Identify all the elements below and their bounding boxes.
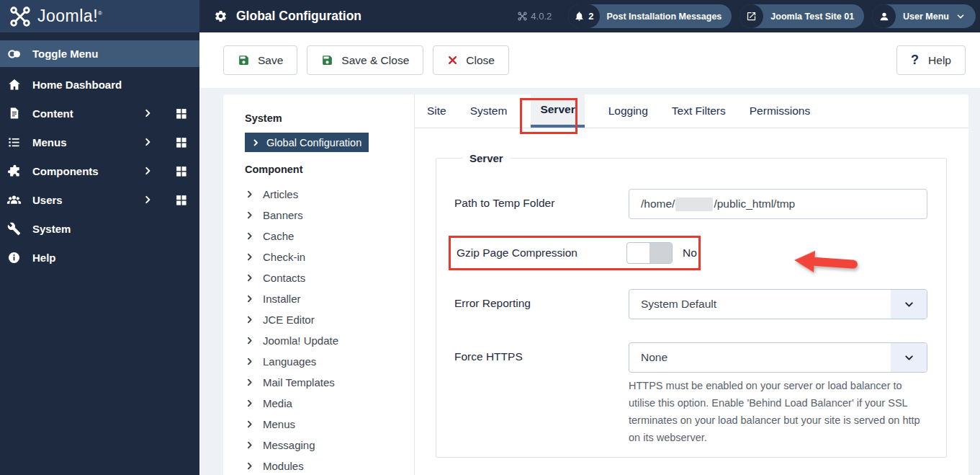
selected-option: System Default	[641, 298, 716, 311]
nav-item-label: Mail Templates	[263, 376, 335, 389]
tab-system[interactable]: System	[470, 94, 508, 128]
content-card: System Global Configuration Component Ar…	[223, 94, 968, 475]
field-label: Force HTTPS	[454, 342, 629, 363]
sidebar-item-help[interactable]: Help	[0, 243, 199, 272]
nav-item-jce-editor[interactable]: JCE Editor	[245, 309, 414, 330]
close-x-icon	[447, 55, 458, 66]
info-circle-icon	[6, 250, 22, 265]
users-group-icon	[6, 192, 22, 208]
nav-item-label: Contacts	[263, 272, 305, 284]
tab-permissions[interactable]: Permissions	[750, 94, 810, 128]
nav-item-label: Messaging	[263, 439, 315, 451]
sidebar-item-users[interactable]: Users	[0, 185, 199, 214]
path-temp-input[interactable]: /home//public_html/tmp	[629, 189, 927, 219]
nav-item-messaging[interactable]: Messaging	[245, 435, 414, 456]
sidebar-item-label: Users	[32, 194, 63, 206]
puzzle-icon	[6, 164, 22, 179]
sidebar-item-components[interactable]: Components	[0, 156, 199, 185]
nav-item-installer[interactable]: Installer	[245, 288, 414, 309]
post-installation-messages-button[interactable]: 2 Post Installation Messages	[568, 4, 732, 28]
nav-item-mail-templates[interactable]: Mail Templates	[245, 372, 414, 393]
joomla-wordmark: Joomla!®	[37, 6, 102, 26]
tab-text-filters[interactable]: Text Filters	[672, 94, 726, 128]
action-toolbar: Save Save & Close Close ? Help	[199, 32, 980, 88]
toggle-knob	[649, 243, 672, 263]
dashboard-grid-icon[interactable]	[175, 165, 187, 177]
gzip-toggle-switch[interactable]	[626, 242, 673, 264]
chevron-right-icon	[245, 461, 254, 471]
select-dropdown-zone	[891, 290, 927, 319]
user-menu-button[interactable]: User Menu	[872, 4, 976, 28]
sidebar-item-content[interactable]: Content	[0, 99, 199, 128]
sidebar-item-label: Components	[32, 165, 99, 177]
version-number: 4.0.2	[531, 11, 552, 22]
nav-item-label: Media	[263, 397, 292, 409]
annotation-box-gzip-row: Gzip Page Compression No	[449, 236, 701, 270]
chevron-right-icon	[245, 419, 254, 429]
chevron-right-icon	[245, 336, 254, 345]
home-icon	[6, 77, 22, 92]
top-header-bar: Joomla!® Global Configuration	[0, 0, 980, 32]
dashboard-grid-icon[interactable]	[175, 136, 187, 148]
tab-server[interactable]: Server	[531, 94, 584, 128]
nav-item-modules[interactable]: Modules	[245, 456, 414, 475]
chevron-down-icon	[956, 12, 966, 22]
save-floppy-icon	[321, 54, 333, 66]
field-row-error-reporting: Error Reporting System Default	[436, 289, 946, 319]
field-label: Path to Temp Folder	[454, 189, 629, 210]
force-https-help-text: HTTPS must be enabled on your server or …	[629, 377, 930, 446]
nav-item-joomla-update[interactable]: Joomla! Update	[245, 330, 414, 351]
sidebar-item-home-dashboard[interactable]: Home Dashboard	[0, 70, 199, 99]
server-settings-fieldset: Server Path to Temp Folder /home//public…	[436, 152, 947, 458]
nav-item-label: Articles	[263, 188, 298, 200]
toggle-menu-icon	[6, 46, 22, 61]
chevron-right-icon	[251, 138, 260, 147]
gear-icon	[213, 9, 228, 24]
nav-item-media[interactable]: Media	[245, 393, 414, 414]
force-https-select[interactable]: None	[629, 342, 927, 373]
field-label: Gzip Page Compression	[457, 247, 626, 259]
tab-site[interactable]: Site	[427, 94, 446, 128]
chevron-right-icon	[245, 210, 254, 220]
nav-item-contacts[interactable]: Contacts	[245, 267, 414, 288]
dashboard-grid-icon[interactable]	[175, 194, 187, 206]
nav-item-global-configuration[interactable]: Global Configuration	[245, 133, 369, 152]
nav-item-articles[interactable]: Articles	[245, 184, 414, 205]
chevron-right-icon	[245, 378, 254, 387]
sidebar-item-system[interactable]: System	[0, 214, 199, 243]
select-dropdown-zone	[891, 343, 927, 372]
redacted-username	[675, 197, 713, 211]
chevron-right-icon	[143, 195, 153, 205]
toggle-menu-label: Toggle Menu	[32, 48, 98, 60]
tab-logging[interactable]: Logging	[608, 94, 648, 128]
save-button[interactable]: Save	[223, 45, 297, 75]
nav-item-label: Menus	[263, 418, 295, 430]
nav-item-menus[interactable]: Menus	[245, 414, 414, 435]
path-value-prefix: /home/	[641, 197, 675, 210]
dashboard-grid-icon[interactable]	[175, 107, 187, 120]
notification-count: 2	[588, 11, 593, 22]
close-button[interactable]: Close	[433, 45, 509, 75]
nav-item-check-in[interactable]: Check-in	[245, 247, 414, 267]
sidebar-item-menus[interactable]: Menus	[0, 128, 199, 156]
error-reporting-select[interactable]: System Default	[629, 289, 927, 319]
nav-item-languages[interactable]: Languages	[245, 351, 414, 372]
save-button-label: Save	[258, 54, 283, 67]
page-title: Global Configuration	[236, 9, 361, 24]
joomla-logo-icon	[9, 6, 31, 27]
settings-tabs: Site System Server Logging Text Filters …	[415, 94, 968, 128]
nav-item-banners[interactable]: Banners	[245, 205, 414, 226]
save-and-close-button[interactable]: Save & Close	[307, 45, 423, 75]
toggle-menu-button[interactable]: Toggle Menu	[0, 40, 199, 67]
sidebar-item-label: Help	[32, 252, 56, 264]
field-label: Error Reporting	[454, 289, 629, 310]
nav-item-label: Joomla! Update	[263, 334, 338, 347]
settings-tab-pane: Site System Server Logging Text Filters …	[415, 94, 968, 475]
nav-item-label: Installer	[263, 293, 301, 305]
chevron-right-icon	[245, 273, 254, 283]
help-button[interactable]: ? Help	[896, 45, 966, 75]
site-preview-button[interactable]: Joomla Test Site 01	[740, 4, 864, 28]
sidebar-item-label: System	[32, 223, 71, 235]
nav-item-cache[interactable]: Cache	[245, 226, 414, 247]
sidebar-item-label: Home Dashboard	[32, 79, 122, 91]
